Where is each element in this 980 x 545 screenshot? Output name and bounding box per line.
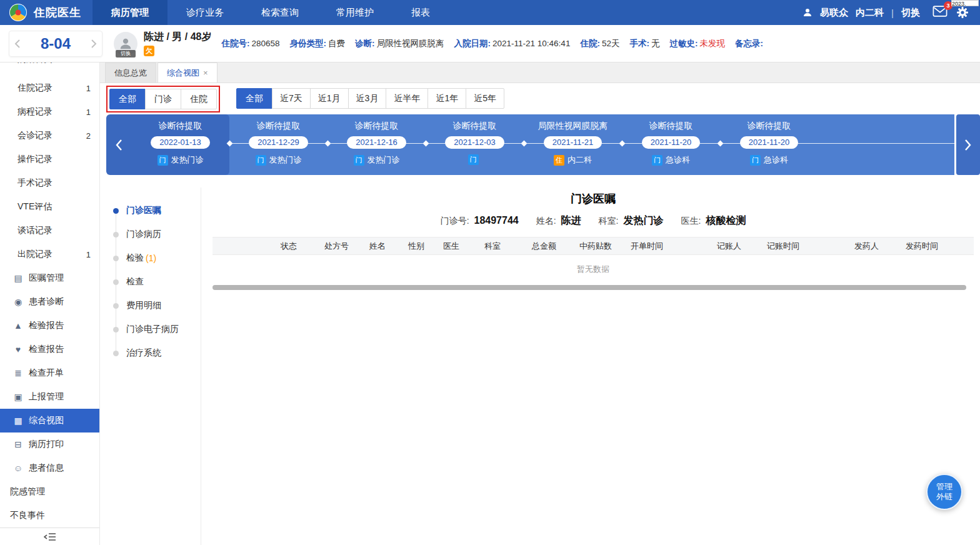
sidebar-item-lab-report[interactable]: ▲检验报告 — [0, 314, 99, 338]
sidebar-item-label: 不良事件 — [10, 510, 91, 521]
sidebar-item-clipped[interactable]: 病案首页 — [0, 62, 99, 76]
timeline-item-date: 2021-12-29 — [249, 136, 308, 149]
timeline-prev-button[interactable] — [106, 114, 131, 175]
time-filter-5years[interactable]: 近5年 — [466, 88, 504, 109]
time-filter-all[interactable]: 全部 — [236, 88, 272, 109]
patient-avatar[interactable]: 切换 — [114, 32, 138, 56]
menu-maintenance[interactable]: 常用维护 — [318, 0, 392, 25]
sidebar-item-consultation-record[interactable]: 会诊记录2 — [0, 124, 99, 148]
sidebar-item-label: 病案首页 — [18, 62, 52, 65]
sidebar-item-operation-record[interactable]: 操作记录 — [0, 148, 99, 171]
sidebar-item-record-print[interactable]: ⊟病历打印 — [0, 432, 99, 456]
column-header: 姓名 — [367, 241, 406, 252]
switch-user-button[interactable]: 切换 — [901, 7, 920, 19]
timeline-item-dept: 急诊科 — [666, 154, 690, 166]
timeline-item-title: 局限性视网膜脱离 — [538, 121, 608, 132]
sidebar-item-progress-notes[interactable]: 病程记录1 — [0, 100, 99, 124]
timeline-item[interactable]: 局限性视网膜脱离 2021-11-21 住内二科 — [524, 114, 622, 175]
bed-navigator: 8-04 — [9, 31, 102, 57]
message-button[interactable]: 3 — [932, 6, 949, 19]
sidebar-item-label: 谈话记录 — [18, 225, 91, 236]
submenu-examinations[interactable]: 检查 — [100, 270, 201, 294]
timeline-item-title: 诊断待提取 — [355, 121, 399, 132]
sidebar-item-exam-report[interactable]: ♥检查报告 — [0, 338, 99, 361]
field-label: 手术: — [629, 39, 649, 48]
inpatient-number: 280658 — [251, 39, 279, 48]
submenu-lab-tests[interactable]: 检验(1) — [100, 246, 201, 270]
timeline-item[interactable]: 诊断待提取 2021-12-03 门 — [426, 114, 524, 175]
sidebar-item-surgery-record[interactable]: 手术记录 — [0, 171, 99, 195]
gear-icon[interactable] — [956, 6, 969, 19]
sidebar-item-order-management[interactable]: ▤医嘱管理 — [0, 266, 99, 290]
patient-name: 陈进 / 男 / 48岁 — [144, 31, 211, 44]
submenu-label: 门诊医嘱 — [126, 205, 161, 216]
stay-days: 52天 — [602, 39, 620, 48]
timeline-next-button[interactable] — [956, 114, 980, 175]
prev-patient-button[interactable] — [14, 39, 21, 49]
time-filter-3months[interactable]: 近3月 — [348, 88, 387, 109]
timeline-item[interactable]: 诊断待提取 2021-12-29 门发热门诊 — [229, 114, 328, 175]
department-name[interactable]: 内二科 — [856, 7, 884, 19]
tab-info-overview[interactable]: 信息总览 — [105, 62, 156, 82]
identity-type: 自费 — [328, 39, 345, 48]
tab-comprehensive-view[interactable]: 综合视图 × — [158, 62, 218, 82]
sidebar-item-inpatient-record[interactable]: 住院记录1 — [0, 76, 99, 100]
menu-clinical-business[interactable]: 诊疗业务 — [168, 0, 242, 25]
submenu-label: 门诊电子病历 — [126, 324, 179, 335]
next-patient-button[interactable] — [91, 39, 97, 49]
sidebar-item-patient-diagnosis[interactable]: ◉患者诊断 — [0, 290, 99, 314]
sidebar-item-label: 会诊记录 — [18, 130, 86, 141]
submenu-outpatient-emr[interactable]: 门诊电子病历 — [100, 318, 201, 341]
scope-filter-outpatient[interactable]: 门诊 — [145, 89, 181, 109]
horizontal-scrollbar[interactable] — [212, 285, 966, 290]
scope-filter-all[interactable]: 全部 — [109, 89, 146, 109]
visit-department: 发热门诊 — [623, 215, 663, 226]
tab-close-icon[interactable]: × — [203, 63, 208, 83]
timeline-item-dept: 急诊科 — [764, 154, 788, 166]
sidebar-item-label: 检查报告 — [29, 344, 91, 355]
time-filter-1month[interactable]: 近1月 — [310, 88, 349, 109]
submenu-fee-details[interactable]: 费用明细 — [100, 294, 201, 318]
menu-medical-records[interactable]: 病历管理 — [92, 0, 168, 25]
sidebar-item-comprehensive-view[interactable]: ▦综合视图 — [0, 409, 99, 432]
submenu-outpatient-records[interactable]: 门诊病历 — [100, 222, 201, 246]
sidebar-item-infection-management[interactable]: 院感管理 — [0, 480, 99, 504]
sidebar-item-vte-assessment[interactable]: VTE评估 — [0, 195, 99, 219]
sidebar-collapse-button[interactable] — [0, 528, 99, 545]
time-filter-1year[interactable]: 近1年 — [428, 88, 466, 109]
annotation-red-box: 全部 门诊 住院 — [106, 86, 220, 112]
submenu-label: 检验 — [126, 252, 144, 264]
manage-external-link-button[interactable]: 管理 外链 — [926, 474, 962, 510]
column-header: 医生 — [441, 241, 482, 252]
menu-reports[interactable]: 报表 — [392, 0, 449, 25]
sidebar-item-report-management[interactable]: ▣上报管理 — [0, 385, 99, 409]
orders-icon: ▤ — [12, 273, 24, 283]
main-area: 信息总览 综合视图 × 全部 门诊 住院 全部 近7天 近1月 近3月 近半年 … — [100, 62, 980, 545]
timeline-item[interactable]: 诊断待提取 2022-01-13 门发热门诊 — [131, 114, 229, 175]
timeline-item[interactable]: 诊断待提取 2021-11-20 门急诊科 — [622, 114, 720, 175]
sidebar-item-patient-information[interactable]: ☺患者信息 — [0, 456, 99, 480]
menu-search-query[interactable]: 检索查询 — [242, 0, 318, 25]
lab-report-icon: ▲ — [12, 321, 24, 331]
timeline-item[interactable]: 诊断待提取 2021-11-20 门急诊科 — [720, 114, 818, 175]
scope-filter-inpatient[interactable]: 住院 — [181, 89, 217, 109]
main-menu: 病历管理 诊疗业务 检索查询 常用维护 报表 — [92, 0, 449, 25]
user-name[interactable]: 易联众 — [820, 7, 848, 19]
timeline-item-date: 2021-11-20 — [642, 136, 701, 149]
column-header: 记账人 — [714, 241, 764, 252]
column-header: 发药人 — [852, 241, 903, 252]
sidebar-item-label: 检验报告 — [29, 320, 91, 331]
time-filter-7days[interactable]: 近7天 — [272, 88, 311, 109]
time-filter-halfyear[interactable]: 近半年 — [386, 88, 428, 109]
timeline-item-title: 诊断待提取 — [649, 121, 693, 132]
sidebar-item-discharge-record[interactable]: 出院记录1 — [0, 242, 99, 266]
timeline-item-dept: 发热门诊 — [171, 154, 204, 166]
sidebar-item-adverse-events[interactable]: 不良事件 — [0, 504, 99, 528]
sidebar-item-exam-order[interactable]: ≣检查开单 — [0, 361, 99, 385]
print-icon: ⊟ — [12, 439, 24, 449]
submenu-treatment-system[interactable]: 治疗系统 — [100, 341, 201, 365]
nav-divider: | — [891, 8, 894, 18]
submenu-outpatient-orders[interactable]: 门诊医嘱 — [100, 199, 201, 222]
sidebar-item-talk-record[interactable]: 谈话记录 — [0, 219, 99, 242]
timeline-item[interactable]: 诊断待提取 2021-12-16 门发热门诊 — [328, 114, 426, 175]
